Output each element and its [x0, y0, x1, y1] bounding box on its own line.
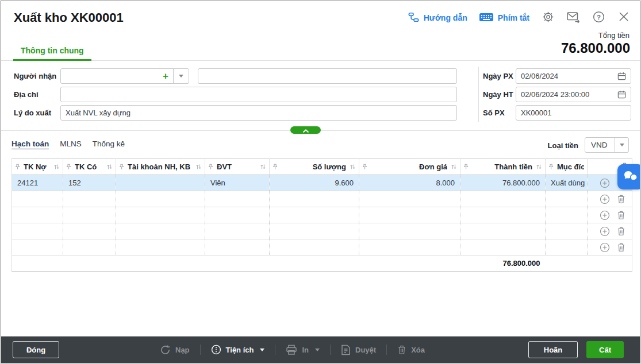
sort-icon: [53, 164, 60, 170]
question-circle-icon: ?: [592, 10, 605, 26]
sort-icon: [451, 164, 457, 170]
chevron-down-icon: [315, 348, 320, 351]
plus-circle-icon: [600, 226, 610, 237]
grid-header-row: TK Nợ TK Có Tài khoản NH, KB ĐVT: [12, 159, 632, 175]
total-label: Tổng tiền: [598, 31, 630, 40]
close-button[interactable]: [617, 11, 631, 25]
utilities-button[interactable]: Tiện ích: [211, 344, 265, 355]
gear-icon: [542, 10, 555, 26]
delete-row-button[interactable]: [617, 210, 625, 220]
calendar-icon[interactable]: [617, 71, 627, 83]
reason-input[interactable]: [60, 105, 457, 121]
settings-button[interactable]: [541, 11, 555, 25]
calendar-icon[interactable]: [617, 90, 627, 102]
column-header-purpose[interactable]: Mục đích: [546, 159, 588, 175]
approve-button[interactable]: Duyệt: [341, 344, 376, 355]
add-row-button[interactable]: [600, 242, 610, 253]
grid-row[interactable]: [12, 207, 632, 223]
sort-icon: [106, 164, 113, 170]
receiver-code-combo[interactable]: +: [60, 68, 189, 84]
trash-icon: [617, 210, 625, 220]
tab-statistics[interactable]: Thống kê: [93, 140, 125, 148]
tab-general-info[interactable]: Thông tin chung: [13, 42, 91, 61]
chevron-down-icon: [620, 144, 624, 146]
info-circle-icon: [211, 344, 221, 355]
export-date-input[interactable]: [516, 68, 631, 84]
reload-button[interactable]: Nạp: [160, 344, 190, 355]
delete-row-button[interactable]: [617, 226, 625, 236]
pin-icon: [15, 164, 20, 170]
posting-date-label: Ngày HT: [483, 87, 513, 102]
chevron-up-icon: [302, 125, 309, 135]
column-header-amount[interactable]: Thành tiền: [460, 159, 546, 175]
delete-button[interactable]: Xóa: [397, 344, 425, 355]
plus-circle-icon: [600, 210, 610, 220]
plus-circle-icon: [600, 242, 610, 253]
address-input[interactable]: [60, 87, 457, 102]
address-label: Địa chỉ: [14, 87, 39, 102]
feedback-button[interactable]: [566, 11, 580, 25]
receiver-dropdown-button[interactable]: [173, 69, 189, 83]
column-header-unit-price[interactable]: Đơn giá: [359, 159, 460, 175]
save-button[interactable]: Cất: [586, 341, 624, 358]
main-tabbar: Thông tin chung: [1, 42, 640, 61]
plus-circle-icon: [600, 178, 610, 188]
close-dialog-button[interactable]: Đóng: [13, 341, 59, 358]
add-row-button[interactable]: [600, 178, 610, 188]
export-date-label: Ngày PX: [483, 68, 513, 84]
total-value: 76.800.000: [561, 40, 630, 56]
add-receiver-icon[interactable]: +: [163, 71, 168, 81]
sort-icon: [260, 164, 266, 170]
chat-bubbles-icon: [623, 169, 638, 185]
pin-icon: [362, 164, 367, 170]
delete-row-button[interactable]: [617, 194, 625, 204]
svg-text:?: ?: [596, 13, 600, 20]
add-row-button[interactable]: [600, 210, 610, 220]
trash-icon: [617, 242, 625, 252]
postpone-button[interactable]: Hoãn: [528, 341, 578, 358]
grid-row[interactable]: [12, 239, 632, 255]
chat-support-button[interactable]: [617, 164, 640, 189]
header-actions: Hướng dẫn Phím tắt: [408, 11, 631, 25]
document-form: Người nhận + Địa chỉ Lý do xuất Ngày PX …: [1, 61, 640, 127]
shortcuts-link[interactable]: Phím tắt: [479, 12, 529, 24]
guide-link[interactable]: Hướng dẫn: [408, 11, 467, 25]
grid-row[interactable]: 24121 152 Viên 9.600 8.000 76.800.000 Xu…: [12, 175, 632, 191]
column-header-tk-no[interactable]: TK Nợ: [12, 159, 63, 175]
page-title: Xuất kho XK00001: [14, 10, 124, 25]
add-row-button[interactable]: [600, 226, 610, 237]
sort-icon: [536, 164, 542, 170]
currency-select[interactable]: VND: [585, 137, 629, 153]
column-header-quantity[interactable]: Số lượng: [270, 159, 359, 175]
currency-value: VND: [585, 141, 615, 149]
grid-row[interactable]: [12, 191, 632, 207]
add-row-button[interactable]: [600, 194, 610, 204]
sort-icon: [350, 164, 356, 170]
posting-date-input[interactable]: [516, 87, 631, 102]
delete-row-button[interactable]: [617, 242, 625, 252]
shortcuts-link-label: Phím tắt: [498, 13, 529, 22]
route-icon: [408, 11, 420, 25]
pin-icon: [119, 164, 124, 170]
pin-icon: [208, 164, 213, 170]
plus-circle-icon: [600, 194, 610, 204]
tab-accounting[interactable]: Hạch toán: [11, 140, 49, 148]
column-header-unit[interactable]: ĐVT: [205, 159, 270, 175]
print-button[interactable]: In: [286, 344, 320, 355]
receiver-label: Người nhận: [14, 68, 56, 84]
help-button[interactable]: ?: [592, 11, 605, 25]
doc-no-input[interactable]: [516, 105, 631, 121]
collapse-header-button[interactable]: [290, 126, 321, 134]
tab-mlns[interactable]: MLNS: [60, 140, 82, 148]
toolbar-divider: [330, 344, 331, 355]
receiver-name-input[interactable]: [198, 68, 457, 84]
grid-row[interactable]: [12, 223, 632, 239]
keyboard-icon: [479, 12, 494, 24]
trash-icon: [397, 344, 406, 355]
reason-label: Lý do xuất: [14, 105, 51, 121]
column-header-tk-co[interactable]: TK Có: [63, 159, 116, 175]
guide-link-label: Hướng dẫn: [424, 13, 467, 22]
column-header-bank-account[interactable]: Tài khoản NH, KB: [116, 159, 205, 175]
pin-icon: [272, 164, 278, 170]
pin-icon: [548, 164, 554, 170]
